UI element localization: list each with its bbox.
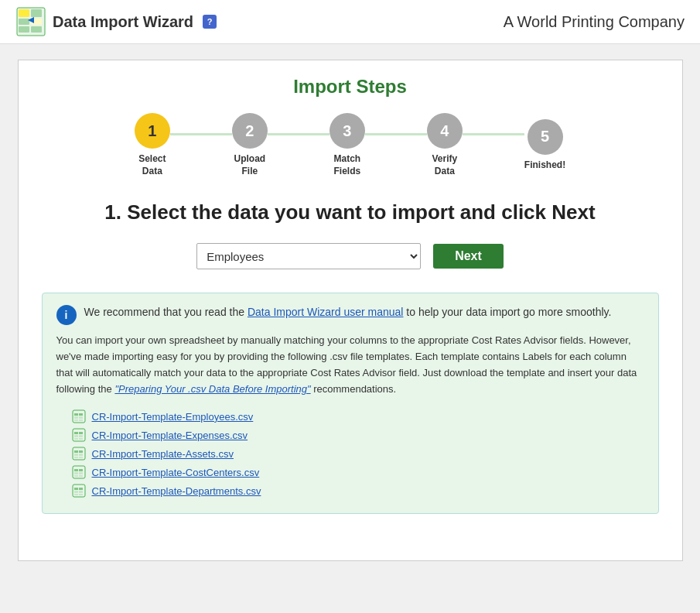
svg-rect-18 (79, 432, 83, 434)
top-bar: Data Import Wizard ? A World Printing Co… (0, 0, 700, 44)
info-text-before-link: We recommend that you read the (84, 306, 248, 318)
svg-rect-7 (31, 26, 42, 33)
step-2-wrapper: 2 UploadFile (232, 113, 268, 177)
info-message: We recommend that you read the Data Impo… (84, 304, 612, 320)
main-content: Import Steps 1 SelectData 2 UploadFile 3… (18, 60, 683, 561)
description-text: You can import your own spreadsheet by m… (56, 333, 644, 397)
step-1-wrapper: 1 SelectData (135, 113, 170, 177)
svg-rect-24 (74, 450, 78, 453)
info-circle: i (56, 305, 77, 325)
svg-rect-36 (79, 475, 83, 477)
csv-file-icon (72, 409, 86, 423)
svg-rect-4 (19, 26, 29, 33)
svg-rect-17 (74, 432, 78, 434)
svg-rect-43 (79, 494, 83, 495)
csv-links-list: CR-Import-Template-Employees.csv CR-Impo… (56, 409, 644, 498)
svg-rect-42 (74, 494, 78, 495)
company-name: A World Printing Company (504, 13, 685, 31)
svg-rect-14 (74, 420, 78, 421)
data-type-select[interactable]: Employees Expenses Assets Cost Centers D… (196, 243, 421, 269)
csv-link-employees[interactable]: CR-Import-Template-Employees.csv (92, 411, 254, 423)
svg-rect-27 (79, 454, 83, 456)
step-4-wrapper: 4 VerifyData (427, 113, 463, 177)
svg-rect-39 (79, 488, 83, 490)
step-connector-1-2 (170, 133, 232, 135)
list-item: CR-Import-Template-CostCenters.csv (72, 465, 644, 479)
svg-rect-32 (79, 469, 83, 471)
info-top: i We recommend that you read the Data Im… (56, 304, 644, 325)
svg-rect-26 (74, 454, 78, 456)
csv-link-expenses[interactable]: CR-Import-Template-Expenses.csv (92, 430, 248, 441)
step-connector-2-3 (268, 133, 330, 135)
step-3-wrapper: 3 MatchFields (330, 113, 365, 177)
select-row: Employees Expenses Assets Cost Centers D… (42, 243, 659, 269)
step-3-label: MatchFields (333, 153, 360, 177)
svg-rect-34 (79, 472, 83, 474)
svg-rect-19 (74, 435, 78, 437)
svg-rect-29 (79, 457, 83, 458)
step-connector-3-4 (365, 133, 427, 135)
svg-rect-5 (31, 9, 42, 17)
csv-file-icon (72, 428, 86, 442)
app-icon (15, 6, 46, 37)
step-1-circle: 1 (135, 113, 170, 149)
step-2-label: UploadFile (234, 153, 265, 177)
page-heading: 1. Select the data you want to import an… (42, 200, 659, 224)
svg-rect-3 (19, 19, 29, 25)
svg-rect-40 (74, 491, 78, 493)
list-item: CR-Import-Template-Departments.csv (72, 484, 644, 498)
svg-rect-35 (74, 475, 78, 477)
svg-rect-25 (79, 450, 83, 453)
csv-link-cost-centers[interactable]: CR-Import-Template-CostCenters.csv (92, 467, 260, 478)
svg-rect-38 (74, 488, 78, 490)
svg-rect-20 (79, 435, 83, 437)
step-1-label: SelectData (138, 153, 166, 177)
list-item: CR-Import-Template-Assets.csv (72, 447, 644, 461)
app-title: Data Import Wizard (53, 13, 193, 31)
list-item: CR-Import-Template-Expenses.csv (72, 428, 644, 442)
next-button[interactable]: Next (433, 244, 504, 269)
step-4-circle: 4 (427, 113, 463, 149)
step-connector-4-5 (463, 133, 524, 135)
top-bar-left: Data Import Wizard ? (15, 6, 217, 37)
svg-rect-22 (79, 438, 83, 440)
step-5-wrapper: 5 Finished! (524, 119, 565, 172)
step-5-circle: 5 (528, 119, 563, 155)
svg-rect-10 (74, 413, 78, 416)
svg-rect-15 (79, 420, 83, 421)
info-box: i We recommend that you read the Data Im… (42, 293, 659, 514)
csv-file-icon (72, 465, 86, 479)
svg-rect-11 (79, 413, 83, 416)
step-2-circle: 2 (232, 113, 268, 149)
csv-link-assets[interactable]: CR-Import-Template-Assets.csv (92, 448, 234, 460)
svg-rect-28 (74, 457, 78, 458)
csv-file-icon (72, 484, 86, 498)
user-manual-link[interactable]: Data Import Wizard user manual (248, 306, 404, 318)
svg-rect-21 (74, 438, 78, 440)
svg-rect-31 (74, 469, 78, 471)
svg-rect-41 (79, 491, 83, 493)
svg-rect-12 (74, 416, 78, 419)
svg-rect-13 (79, 416, 83, 419)
csv-link-departments[interactable]: CR-Import-Template-Departments.csv (92, 485, 261, 497)
info-text-after-link: to help your data import go more smoothl… (403, 306, 611, 318)
description-after-italic: recommendations. (311, 383, 397, 395)
steps-container: 1 SelectData 2 UploadFile 3 MatchFields … (42, 113, 659, 177)
step-3-circle: 3 (330, 113, 365, 149)
list-item: CR-Import-Template-Employees.csv (72, 409, 644, 423)
svg-rect-2 (19, 9, 29, 17)
import-steps-title: Import Steps (42, 76, 659, 98)
step-4-label: VerifyData (432, 153, 457, 177)
help-icon[interactable]: ? (203, 15, 217, 29)
preparing-csv-link[interactable]: "Preparing Your .csv Data Before Importi… (114, 383, 310, 395)
svg-rect-33 (74, 472, 78, 474)
step-5-label: Finished! (524, 159, 565, 172)
csv-file-icon (72, 447, 86, 461)
